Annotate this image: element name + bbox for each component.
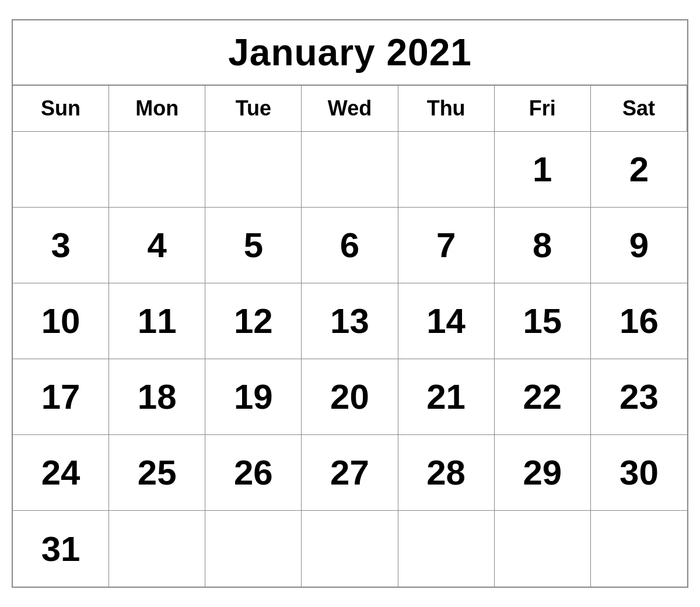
day-cell-28[interactable]: 28 [398,435,495,511]
day-header-thu: Thu [398,86,495,132]
day-cell-27[interactable]: 27 [302,435,398,511]
day-cell-empty [302,511,398,587]
day-cell-17[interactable]: 17 [13,359,109,435]
day-cell-30[interactable]: 30 [591,435,687,511]
calendar-grid: SunMonTueWedThuFriSat1234567891011121314… [13,86,687,587]
day-cell-16[interactable]: 16 [591,283,687,359]
day-cell-29[interactable]: 29 [495,435,591,511]
day-cell-empty [591,511,687,587]
day-cell-12[interactable]: 12 [205,283,302,359]
day-cell-empty [495,511,591,587]
day-cell-15[interactable]: 15 [495,283,591,359]
day-cell-empty [205,132,302,208]
day-header-sun: Sun [13,86,109,132]
day-cell-21[interactable]: 21 [398,359,495,435]
day-header-sat: Sat [591,86,687,132]
day-cell-10[interactable]: 10 [13,283,109,359]
day-cell-20[interactable]: 20 [302,359,398,435]
day-header-mon: Mon [109,86,205,132]
day-cell-18[interactable]: 18 [109,359,205,435]
day-header-tue: Tue [205,86,302,132]
day-header-fri: Fri [495,86,591,132]
day-cell-empty [302,132,398,208]
day-cell-14[interactable]: 14 [398,283,495,359]
calendar-title: January 2021 [13,20,687,86]
day-cell-empty [109,132,205,208]
day-cell-5[interactable]: 5 [205,208,302,283]
day-cell-1[interactable]: 1 [495,132,591,208]
day-cell-6[interactable]: 6 [302,208,398,283]
day-cell-empty [13,132,109,208]
day-cell-8[interactable]: 8 [495,208,591,283]
day-cell-7[interactable]: 7 [398,208,495,283]
day-cell-31[interactable]: 31 [13,511,109,587]
day-cell-3[interactable]: 3 [13,208,109,283]
day-cell-22[interactable]: 22 [495,359,591,435]
day-cell-empty [109,511,205,587]
day-cell-9[interactable]: 9 [591,208,687,283]
day-cell-24[interactable]: 24 [13,435,109,511]
day-cell-19[interactable]: 19 [205,359,302,435]
day-cell-empty [398,132,495,208]
day-cell-26[interactable]: 26 [205,435,302,511]
day-cell-2[interactable]: 2 [591,132,687,208]
day-header-wed: Wed [302,86,398,132]
calendar: January 2021 SunMonTueWedThuFriSat123456… [12,19,688,588]
day-cell-empty [398,511,495,587]
day-cell-4[interactable]: 4 [109,208,205,283]
day-cell-11[interactable]: 11 [109,283,205,359]
day-cell-23[interactable]: 23 [591,359,687,435]
day-cell-empty [205,511,302,587]
day-cell-25[interactable]: 25 [109,435,205,511]
day-cell-13[interactable]: 13 [302,283,398,359]
